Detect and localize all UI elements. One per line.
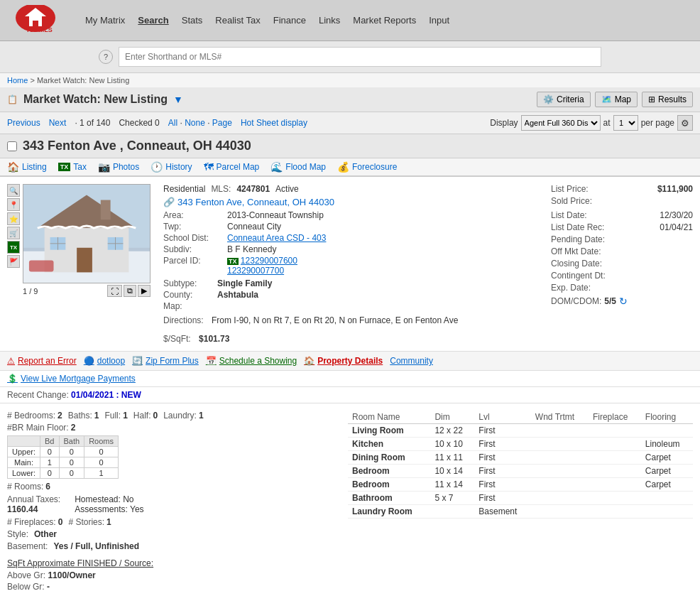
half-baths-value: 0 <box>153 411 158 421</box>
recent-change-row: Recent Change: 01/04/2021 : NEW <box>0 387 700 403</box>
basement-value: Yes / Full, Unfinished <box>53 541 139 551</box>
nav-my-matrix[interactable]: My Matrix <box>85 15 125 26</box>
tab-tax[interactable]: TXTax <box>58 161 87 173</box>
nav-realist-tax[interactable]: Realist Tax <box>215 15 260 26</box>
right-panel: List Price: $111,900 Sold Price: List Da… <box>551 184 693 344</box>
mls-number: 4247801 <box>236 184 270 194</box>
tab-history[interactable]: 🕐History <box>151 161 192 173</box>
tab-listing[interactable]: 🏠Listing <box>7 161 47 173</box>
tab-photos[interactable]: 📷Photos <box>98 161 139 173</box>
homestead-assessments: Homestead: No Assessments: Yes <box>75 494 143 514</box>
display-select[interactable]: Agent Full 360 Dis <box>521 115 601 131</box>
next-button[interactable]: Next <box>49 118 67 128</box>
next-photo-button[interactable]: ▶ <box>138 285 151 297</box>
settings-icon[interactable]: ⚙ <box>677 115 693 131</box>
area-row: Area: 2013-Conneaut Township <box>163 210 544 220</box>
nav-search[interactable]: Search <box>138 15 168 26</box>
property-details-button[interactable]: 🏠 Property Details <box>304 356 383 366</box>
tab-parcel-map[interactable]: 🗺Parcel Map <box>204 161 260 173</box>
expand-photo-button[interactable]: ⛶ <box>107 285 122 297</box>
copy-photo-button[interactable]: ⧉ <box>124 285 136 297</box>
hot-sheet-button[interactable]: Hot Sheet display <box>241 118 307 128</box>
bd-col-header: Bd <box>40 436 59 447</box>
community-button[interactable]: Community <box>390 356 433 366</box>
all-link[interactable]: All <box>168 118 177 128</box>
dotloop-icon: 🔵 <box>84 356 94 366</box>
map-pin-icon[interactable]: 📍 <box>7 198 20 211</box>
toolbar: Previous Next · 1 of 140 Checked 0 All ·… <box>0 112 700 134</box>
closing-date-row: Closing Date: <box>551 259 693 269</box>
zoom-icon[interactable]: 🔍 <box>7 184 20 197</box>
room-name-cell: Bedroom <box>348 478 430 492</box>
tab-foreclosure[interactable]: 💰Foreclosure <box>337 161 397 173</box>
rooms-table: Room Name Dim Lvl Wnd Trtmt Fireplace Fl… <box>348 411 693 519</box>
room-flooring-cell <box>641 424 693 438</box>
above-gr-row: Above Gr: 1100/Owner <box>7 570 348 580</box>
nav-links[interactable]: Links <box>319 15 340 26</box>
floor-col-header <box>8 436 40 447</box>
nav-market-reports[interactable]: Market Reports <box>353 15 416 26</box>
none-link[interactable]: None <box>185 118 205 128</box>
map-button[interactable]: 🗺️ Map <box>595 92 638 107</box>
mortgage-button[interactable]: 💲 View Live Mortgage Payments <box>7 374 693 384</box>
upper-label: Upper: <box>8 447 40 457</box>
report-error-button[interactable]: ⚠ Report an Error <box>7 356 77 366</box>
photo-controls: 1 / 9 ⛶ ⧉ ▶ <box>23 285 151 297</box>
property-photo[interactable] <box>23 184 151 283</box>
room-lvl-cell: First <box>474 451 531 465</box>
list-price-value: $111,900 <box>657 184 693 194</box>
beds-baths-row: # Bedrooms: 2 Baths: 1 Full: 1 Half: 0 L… <box>7 411 348 421</box>
county-value: Ashtabula <box>217 290 258 300</box>
school-dist-link[interactable]: Conneaut Area CSD - 403 <box>227 233 326 243</box>
list-date-rec-row: List Date Rec: 01/04/21 <box>551 222 693 232</box>
refresh-icon[interactable]: ↻ <box>619 296 628 307</box>
photo-container: 1 / 9 ⛶ ⧉ ▶ <box>23 184 151 297</box>
above-gr-value: 1100/Owner <box>48 570 95 580</box>
cart-icon[interactable]: 🛒 <box>7 227 20 239</box>
breadcrumb-home[interactable]: Home <box>7 76 28 85</box>
parcel-id-1-link[interactable]: 123290007600 <box>241 256 297 266</box>
twp-row: Twp: Conneaut City <box>163 222 544 232</box>
at-select[interactable]: 1 <box>613 115 638 131</box>
star-icon[interactable]: ⭐ <box>7 212 20 225</box>
baths-item: Baths: 1 <box>68 411 99 421</box>
address-link[interactable]: 343 Fenton Ave, Conneaut, OH 44030 <box>177 197 334 207</box>
page-icon: 📋 <box>7 94 18 104</box>
schedule-showing-button[interactable]: 📅 Schedule a Showing <box>206 356 297 366</box>
zip-form-plus-button[interactable]: 🔄 Zip Form Plus <box>132 356 199 366</box>
mls-row: Residential MLS: 4247801 Active <box>163 184 544 194</box>
results-icon: ⊞ <box>648 94 655 104</box>
room-name-cell: Laundry Room <box>348 505 430 519</box>
criteria-button[interactable]: ⚙️ Criteria <box>537 92 591 107</box>
nav-finance[interactable]: Finance <box>273 15 306 26</box>
search-input[interactable] <box>119 47 601 67</box>
results-button[interactable]: ⊞ Results <box>642 92 693 107</box>
homestead-text: Homestead: No <box>75 494 143 504</box>
room-lvl-cell: First <box>474 465 531 478</box>
dom-cdom-value: 5/5 <box>604 296 616 306</box>
nav-stats[interactable]: Stats <box>182 15 203 26</box>
logo: Yes-MLS <box>7 3 71 38</box>
style-row: Style: Other <box>7 529 348 539</box>
room-dim-cell: 11 x 11 <box>430 451 474 465</box>
tab-flood-map[interactable]: 🌊Flood Map <box>270 161 326 173</box>
listing-checkbox[interactable] <box>7 141 17 151</box>
svg-rect-11 <box>77 248 92 273</box>
list-price-row: List Price: $111,900 <box>551 184 693 194</box>
dotloop-button[interactable]: 🔵 dotloop <box>84 356 125 366</box>
room-lvl-cell: First <box>474 424 531 438</box>
help-icon[interactable]: ? <box>99 50 113 64</box>
nav-input[interactable]: Input <box>429 15 449 26</box>
page-link[interactable]: Page <box>212 118 232 128</box>
mortgage-row: 💲 View Live Mortgage Payments <box>0 371 700 387</box>
room-dim-cell: 12 x 22 <box>430 424 474 438</box>
parcel-id-2-link[interactable]: 123290007700 <box>227 266 284 276</box>
subdiv-row: Subdiv: B F Kennedy <box>163 244 544 254</box>
sqft-title: SqFt Approximate FINISHED / Source: <box>7 558 348 568</box>
tax-small-icon[interactable]: TX <box>7 241 20 254</box>
listing-icon: 🏠 <box>7 161 19 173</box>
title-dropdown-arrow[interactable]: ▼ <box>173 94 183 105</box>
previous-button[interactable]: Previous <box>7 118 40 128</box>
room-flooring-cell <box>641 492 693 505</box>
flag-icon[interactable]: 🚩 <box>7 255 20 268</box>
